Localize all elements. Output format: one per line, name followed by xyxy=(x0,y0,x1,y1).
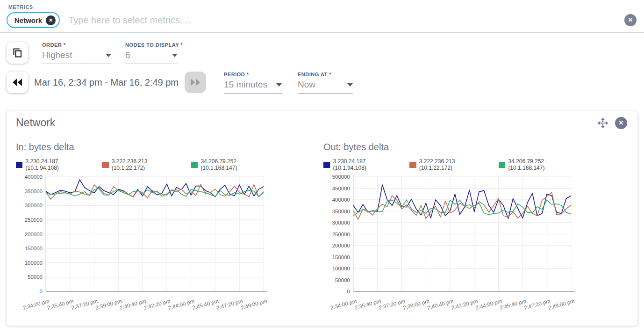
legend-item[interactable]: 34.206.79.252 (10.1.168.147) xyxy=(191,158,272,171)
svg-text:400000: 400000 xyxy=(332,197,350,203)
chevron-down-icon xyxy=(106,54,111,57)
chip-remove-icon[interactable]: ✕ xyxy=(46,15,56,25)
time-row: Mar 16, 2:34 pm - Mar 16, 2:49 pm PERIOD… xyxy=(0,64,644,94)
metric-chip-label: Network xyxy=(14,16,42,24)
line-chart-in: 0500001000001500002000002500003000003500… xyxy=(16,172,272,321)
nodes-value: 6 xyxy=(125,50,130,60)
svg-text:100000: 100000 xyxy=(25,260,43,266)
svg-text:2:40:40 pm: 2:40:40 pm xyxy=(427,298,454,310)
legend-label: 3.230.24.187 (10.1.94.108) xyxy=(333,158,398,171)
svg-text:150000: 150000 xyxy=(332,254,350,260)
legend-swatch-icon xyxy=(323,162,330,168)
svg-text:2:39:00 pm: 2:39:00 pm xyxy=(95,298,122,310)
legend-label: 3.222.236.213 (10.1.22.172) xyxy=(419,158,487,171)
period-value: 15 minutes xyxy=(224,80,267,90)
charts-container: In: bytes delta 3.230.24.187 (10.1.94.10… xyxy=(7,134,637,321)
controls-row: ORDER * Highest NODES TO DISPLAY * 6 xyxy=(0,33,644,64)
ending-label: ENDING AT * xyxy=(298,72,353,77)
legend-swatch-icon xyxy=(102,162,108,168)
chevron-down-icon xyxy=(172,54,178,57)
svg-text:400000: 400000 xyxy=(25,174,43,180)
svg-text:2:40:40 pm: 2:40:40 pm xyxy=(119,298,147,310)
svg-text:200000: 200000 xyxy=(332,243,350,248)
card-actions: ✕ xyxy=(597,117,627,129)
nodes-label: NODES TO DISPLAY * xyxy=(125,42,183,48)
card-close-icon[interactable]: ✕ xyxy=(615,117,627,129)
chevron-down-icon xyxy=(347,83,353,87)
line-chart-out: 0500001000001500002000002500003000003500… xyxy=(323,172,580,321)
legend-item[interactable]: 3.222.236.213 (10.1.22.172) xyxy=(102,158,180,171)
svg-text:300000: 300000 xyxy=(25,203,43,208)
time-forward-button[interactable] xyxy=(185,72,206,93)
svg-text:150000: 150000 xyxy=(25,246,43,251)
svg-text:50000: 50000 xyxy=(28,274,43,280)
order-select[interactable]: Highest xyxy=(42,50,111,64)
svg-text:2:42:20 pm: 2:42:20 pm xyxy=(451,298,479,310)
svg-text:2:49:00 pm: 2:49:00 pm xyxy=(548,298,575,310)
time-range-text: Mar 16, 2:34 pm - Mar 16, 2:49 pm xyxy=(34,72,179,93)
order-value: Highest xyxy=(42,50,72,60)
chart-legend: 3.230.24.187 (10.1.94.108)3.222.236.213 … xyxy=(323,158,580,171)
chart-panel-out: Out: bytes delta 3.230.24.187 (10.1.94.1… xyxy=(323,137,580,321)
svg-text:2:37:20 pm: 2:37:20 pm xyxy=(71,298,98,310)
period-label: PERIOD * xyxy=(224,72,282,77)
chart-legend: 3.230.24.187 (10.1.94.108)3.222.236.213 … xyxy=(16,158,272,171)
legend-label: 3.230.24.187 (10.1.94.108) xyxy=(25,158,91,171)
svg-text:2:47:20 pm: 2:47:20 pm xyxy=(216,298,243,310)
legend-item[interactable]: 34.206.79.252 (10.1.168.147) xyxy=(499,158,580,171)
svg-text:2:34:00 pm: 2:34:00 pm xyxy=(330,298,358,310)
svg-text:2:39:00 pm: 2:39:00 pm xyxy=(402,298,430,310)
rewind-icon xyxy=(11,78,23,87)
svg-text:250000: 250000 xyxy=(332,232,350,237)
metrics-label: METRICS xyxy=(0,0,644,10)
legend-item[interactable]: 3.230.24.187 (10.1.94.108) xyxy=(16,158,91,171)
move-icon[interactable] xyxy=(597,117,608,129)
legend-item[interactable]: 3.222.236.213 (10.1.22.172) xyxy=(409,158,487,171)
svg-text:2:37:20 pm: 2:37:20 pm xyxy=(378,298,406,310)
order-label: ORDER * xyxy=(42,42,111,48)
duplicate-button[interactable] xyxy=(7,42,28,64)
legend-item[interactable]: 3.230.24.187 (10.1.94.108) xyxy=(323,158,398,171)
network-card: Network ✕ xyxy=(7,111,637,326)
svg-text:0: 0 xyxy=(40,289,43,294)
order-field: ORDER * Highest xyxy=(42,42,111,64)
period-select[interactable]: 15 minutes xyxy=(224,80,282,94)
period-field: PERIOD * 15 minutes xyxy=(224,72,282,94)
svg-text:2:49:00 pm: 2:49:00 pm xyxy=(240,298,268,310)
svg-text:350000: 350000 xyxy=(332,209,350,214)
svg-text:2:44:00 pm: 2:44:00 pm xyxy=(475,298,503,310)
chart-title: In: bytes delta xyxy=(16,142,272,152)
svg-text:2:34:00 pm: 2:34:00 pm xyxy=(22,298,50,310)
metrics-search-input[interactable] xyxy=(67,15,624,26)
svg-text:0: 0 xyxy=(347,289,350,294)
legend-label: 3.222.236.213 (10.1.22.172) xyxy=(112,158,180,171)
legend-label: 34.206.79.252 (10.1.168.147) xyxy=(200,158,272,171)
svg-text:2:35:40 pm: 2:35:40 pm xyxy=(47,298,74,310)
legend-swatch-icon xyxy=(191,162,198,168)
svg-text:2:35:40 pm: 2:35:40 pm xyxy=(354,298,382,310)
svg-text:2:47:20 pm: 2:47:20 pm xyxy=(523,298,551,310)
metrics-page: METRICS Network ✕ ✕ ORDER * Highest xyxy=(0,0,644,326)
nodes-field: NODES TO DISPLAY * 6 xyxy=(125,42,183,64)
nodes-select[interactable]: 6 xyxy=(125,50,178,64)
metric-chip-network[interactable]: Network ✕ xyxy=(7,12,60,28)
ending-field: ENDING AT * Now xyxy=(298,72,353,94)
ending-value: Now xyxy=(298,80,315,90)
metrics-bar: Network ✕ ✕ xyxy=(0,10,644,33)
svg-text:2:42:20 pm: 2:42:20 pm xyxy=(143,298,171,310)
svg-text:2:45:40 pm: 2:45:40 pm xyxy=(499,298,527,310)
card-header: Network ✕ xyxy=(7,111,637,134)
svg-text:500000: 500000 xyxy=(332,174,350,180)
fast-forward-icon xyxy=(189,78,201,87)
time-back-button[interactable] xyxy=(7,72,28,93)
svg-text:100000: 100000 xyxy=(332,266,350,271)
chevron-down-icon xyxy=(276,83,282,87)
legend-swatch-icon xyxy=(16,162,22,168)
svg-text:250000: 250000 xyxy=(25,217,43,223)
card-title: Network xyxy=(16,116,597,129)
chart-title: Out: bytes delta xyxy=(323,142,580,152)
legend-swatch-icon xyxy=(409,162,416,168)
ending-select[interactable]: Now xyxy=(298,80,353,94)
svg-text:350000: 350000 xyxy=(25,189,43,194)
clear-metrics-icon[interactable]: ✕ xyxy=(624,14,637,26)
